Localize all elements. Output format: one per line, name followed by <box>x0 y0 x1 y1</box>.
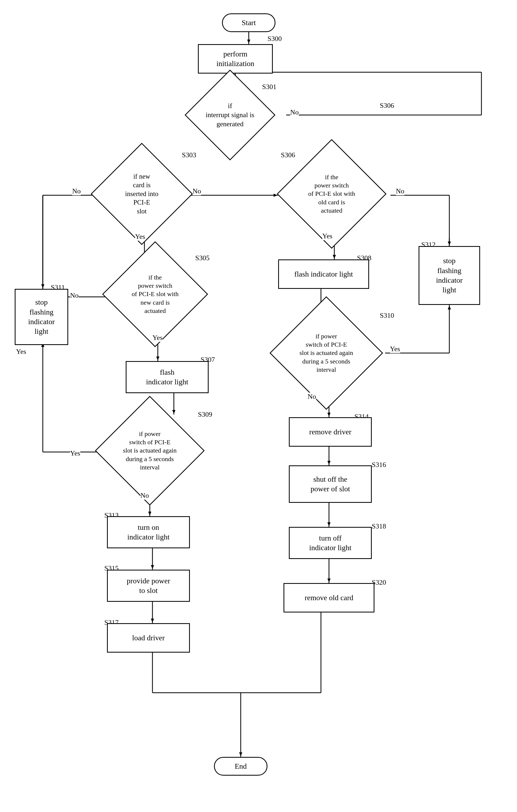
if-power-new-node: if thepower switchof PCI-E slot withnew … <box>99 254 211 334</box>
svg-marker-21 <box>239 752 242 756</box>
svg-marker-31 <box>41 284 45 288</box>
svg-marker-1 <box>247 39 250 43</box>
power-again-new-no-label: No <box>140 492 149 500</box>
flash-light-old-node: flash indicator light <box>278 259 369 289</box>
svg-marker-13 <box>148 512 151 515</box>
if-power-again-new-node: if powerswitch of PCI-Eslot is actuated … <box>91 409 209 492</box>
remove-old-card-label: remove old card <box>305 593 353 603</box>
turn-off-light-node: turn offindicator light <box>289 527 372 559</box>
if-power-again-new-label: if powerswitch of PCI-Eslot is actuated … <box>123 430 177 471</box>
svg-marker-15 <box>151 565 154 569</box>
power-again-new-yes-label: Yes <box>70 449 80 457</box>
remove-driver-node: remove driver <box>289 417 372 447</box>
if-power-old-node: if thepower switchof PCI-E slot withold … <box>267 152 396 235</box>
remove-old-card-node: remove old card <box>284 583 374 612</box>
shut-off-power-node: shut off thepower of slot <box>289 465 372 503</box>
provide-power-label: provide powerto slot <box>127 576 170 596</box>
svg-marker-17 <box>151 619 154 622</box>
turn-off-light-label: turn offindicator light <box>309 533 351 553</box>
svg-marker-45 <box>327 461 331 465</box>
provide-power-node: provide powerto slot <box>107 570 190 602</box>
shut-off-power-label: shut off thepower of slot <box>311 474 350 494</box>
stop-flash-old-label: stopflashingindicatorlight <box>436 256 463 295</box>
if-power-new-label: if thepower switchof PCI-E slot withnew … <box>132 273 178 315</box>
flash-light-old-label: flash indicator light <box>294 269 353 279</box>
new-card-no-right-label: No <box>193 187 201 195</box>
stop-flash-old-node: stopflashingindicatorlight <box>419 246 480 305</box>
flash-light-new-node: flashindicator light <box>126 361 209 393</box>
svg-marker-9 <box>156 356 160 360</box>
power-again-old-no-label: No <box>308 393 316 401</box>
start-label: Start <box>242 18 256 28</box>
perform-init-node: performinitialization <box>198 44 273 74</box>
power-old-no-label: No <box>396 187 404 195</box>
power-old-yes-label: Yes <box>322 232 333 240</box>
power-again-old-yes-label: Yes <box>390 345 400 353</box>
svg-marker-47 <box>327 522 331 526</box>
if-power-again-old-label: if powerswitch of PCI-Eslot is actuated … <box>299 332 353 374</box>
load-driver-node: load driver <box>107 623 190 652</box>
svg-marker-39 <box>448 241 451 245</box>
power-new-no-label: No <box>70 292 79 299</box>
svg-marker-35 <box>333 255 336 259</box>
remove-driver-label: remove driver <box>309 427 351 437</box>
if-power-old-label: if thepower switchof PCI-E slot withold … <box>308 173 355 215</box>
if-new-card-label: if newcard isinserted intoPCI-Eslot <box>125 172 158 216</box>
end-label: End <box>235 761 247 771</box>
new-card-yes-label: Yes <box>135 233 145 241</box>
perform-init-label: performinitialization <box>217 49 254 69</box>
stop-flash-new-label: stopflashingindicatorlight <box>28 297 55 337</box>
load-driver-label: load driver <box>132 633 165 643</box>
stop-flash-new-node: stopflashingindicatorlight <box>15 289 68 345</box>
flash-light-new-label: flashindicator light <box>146 368 188 387</box>
if-interrupt-label: ifinterrupt signal isgenerated <box>206 102 254 128</box>
turn-on-light-label: turn onindicator light <box>127 523 170 542</box>
flowchart: Start S300 performinitialization S301 S3… <box>0 0 517 812</box>
s300-label: S300 <box>267 35 282 43</box>
start-node: Start <box>222 13 276 32</box>
svg-marker-52 <box>448 306 451 310</box>
svg-marker-43 <box>327 413 331 416</box>
turn-on-light-node: turn onindicator light <box>107 516 190 548</box>
s306-label: S306 <box>380 102 394 110</box>
if-new-card-node: if newcard isinserted intoPCI-Eslot <box>91 152 193 235</box>
if-interrupt-node: ifinterrupt signal isgenerated <box>169 83 291 147</box>
end-node: End <box>214 757 267 776</box>
s316-label: S316 <box>372 461 386 469</box>
s318-label: S318 <box>372 522 386 530</box>
stop-flash-new-yes-label: Yes <box>16 348 26 356</box>
if-power-again-old-node: if powerswitch of PCI-Eslot is actuated … <box>262 310 391 396</box>
new-card-no-left-label: No <box>72 187 81 195</box>
power-new-yes-label: Yes <box>152 334 163 342</box>
svg-marker-49 <box>327 579 331 582</box>
